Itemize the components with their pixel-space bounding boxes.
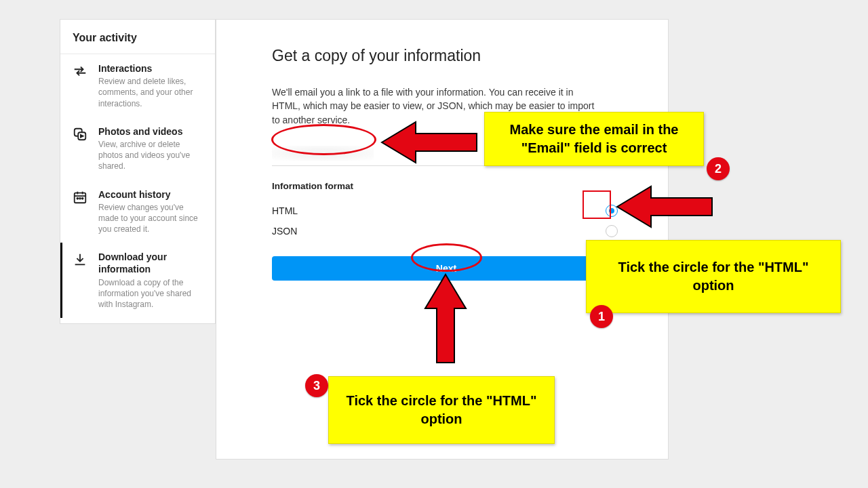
calendar-icon	[73, 188, 89, 235]
sidebar-item-label: Interactions	[98, 62, 203, 75]
sidebar-item-desc: Download a copy of the information you'v…	[98, 277, 203, 310]
sidebar-item-history[interactable]: Account history Review changes you've ma…	[60, 180, 215, 243]
sidebar-item-photos[interactable]: Photos and videos View, archive or delet…	[60, 117, 215, 180]
sidebar-item-label: Photos and videos	[98, 125, 203, 138]
interactions-icon	[73, 62, 89, 109]
radio-json[interactable]	[606, 225, 618, 237]
annotation-badge-3: 3	[305, 374, 328, 397]
sidebar-item-desc: Review and delete likes, comments, and y…	[98, 76, 203, 109]
sidebar-item-interactions[interactable]: Interactions Review and delete likes, co…	[60, 54, 215, 117]
svg-point-5	[79, 197, 81, 199]
format-option-label: JSON	[272, 226, 297, 237]
annotation-badge-2: 2	[707, 157, 730, 180]
svg-marker-2	[81, 135, 83, 138]
svg-point-6	[82, 197, 83, 199]
photos-icon	[73, 125, 89, 172]
annotation-note-html: Tick the circle for the "HTML" option	[586, 240, 841, 313]
email-value-redacted	[272, 146, 374, 161]
sidebar-title: Your activity	[60, 20, 215, 54]
sidebar-item-download[interactable]: Download your information Download a cop…	[60, 243, 215, 318]
format-option-json[interactable]: JSON	[272, 221, 620, 241]
sidebar: Your activity Interactions Review and de…	[60, 19, 216, 324]
svg-point-4	[77, 197, 78, 199]
page-title: Get a copy of your information	[272, 47, 620, 65]
next-button[interactable]: Next	[272, 256, 620, 281]
sidebar-item-label: Account history	[98, 188, 203, 201]
format-label: Information format	[272, 181, 620, 191]
download-icon	[73, 251, 89, 310]
sidebar-item-desc: View, archive or delete photos and video…	[98, 139, 203, 172]
annotation-note-next: Tick the circle for the "HTML" option	[328, 376, 555, 444]
sidebar-item-label: Download your information	[98, 251, 203, 275]
annotation-badge-1: 1	[590, 305, 613, 328]
format-option-label: HTML	[272, 205, 298, 216]
format-option-html[interactable]: HTML	[272, 201, 620, 221]
annotation-note-email: Make sure the email in the "Email" field…	[484, 112, 704, 166]
radio-html[interactable]	[606, 205, 618, 217]
sidebar-item-desc: Review changes you've made to your accou…	[98, 202, 203, 235]
